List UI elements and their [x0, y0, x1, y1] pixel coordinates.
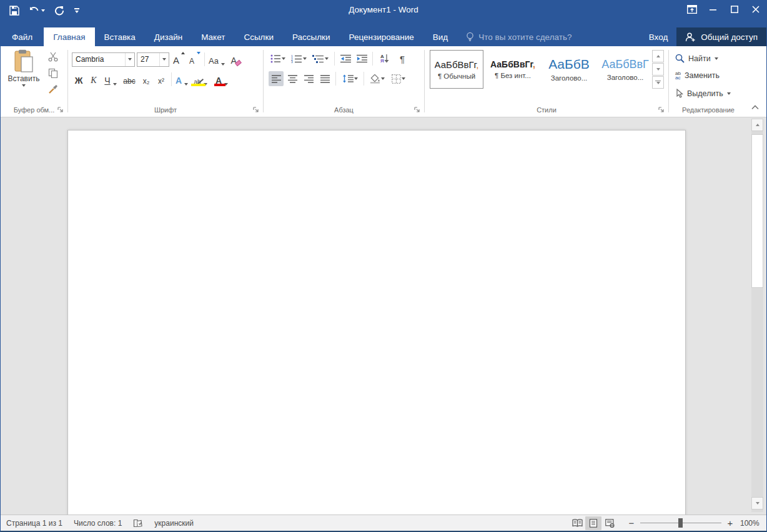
zoom-slider-handle[interactable]: [678, 518, 683, 528]
shrink-font-button[interactable]: А: [187, 51, 200, 67]
increase-indent-button[interactable]: [354, 51, 369, 66]
strikethrough-button[interactable]: abc: [121, 71, 138, 87]
align-left-button[interactable]: [269, 71, 284, 86]
shading-button[interactable]: [367, 71, 387, 86]
tab-insert[interactable]: Вставка: [95, 27, 145, 46]
format-painter-button[interactable]: [46, 82, 61, 96]
superscript-button[interactable]: x²: [154, 71, 168, 87]
justify-button[interactable]: [317, 71, 332, 86]
collapse-ribbon-button[interactable]: [750, 103, 761, 112]
font-name-dropdown[interactable]: [125, 53, 134, 66]
zoom-in-button[interactable]: +: [726, 518, 734, 528]
scroll-up-button[interactable]: [751, 119, 763, 131]
styles-scroll-down-button[interactable]: [652, 63, 664, 76]
style-name: ¶ Без инт...: [495, 72, 531, 79]
minimize-button[interactable]: [703, 0, 724, 19]
font-size-combobox[interactable]: 27: [137, 52, 169, 67]
document-canvas[interactable]: [1, 117, 766, 515]
copy-button[interactable]: [46, 66, 61, 80]
scrollbar-thumb[interactable]: [751, 134, 763, 288]
underline-button[interactable]: Ч: [102, 71, 119, 87]
bold-button[interactable]: Ж: [72, 71, 86, 87]
save-button[interactable]: [6, 2, 23, 19]
line-spacing-button[interactable]: [339, 71, 360, 86]
tab-references[interactable]: Ссылки: [234, 27, 283, 46]
tell-me-box[interactable]: Что вы хотите сделать?: [466, 27, 572, 46]
tab-review[interactable]: Рецензирование: [340, 27, 423, 46]
tab-layout[interactable]: Макет: [192, 27, 234, 46]
repeat-button[interactable]: [51, 2, 68, 19]
undo-button[interactable]: [26, 2, 48, 19]
sort-button[interactable]: А Я: [376, 51, 393, 66]
clear-formatting-button[interactable]: А: [227, 51, 240, 67]
tab-home[interactable]: Главная: [44, 27, 94, 46]
replace-button[interactable]: ab ac Заменить: [675, 71, 720, 80]
language-indicator[interactable]: украинский: [149, 519, 199, 528]
clipboard-dialog-launcher[interactable]: [57, 106, 64, 114]
styles-dialog-launcher[interactable]: [658, 106, 665, 114]
bullets-button[interactable]: [269, 51, 287, 66]
font-name-combobox[interactable]: Cambria: [72, 52, 135, 67]
replace-icon: ab ac: [675, 71, 681, 80]
styles-scroll-up-button[interactable]: [652, 50, 664, 62]
maximize-button[interactable]: [724, 0, 745, 19]
text-highlight-button[interactable]: ab: [190, 71, 211, 87]
style-card-no-spacing[interactable]: АаБбВвГг, ¶ Без инт...: [486, 50, 540, 89]
replace-icon-bottom: ac: [675, 76, 680, 80]
document-page[interactable]: [67, 130, 686, 515]
style-card-heading1[interactable]: АаБбВ Заголово...: [542, 50, 596, 89]
print-layout-button[interactable]: [585, 516, 601, 530]
ribbon-display-options-button[interactable]: [681, 0, 703, 19]
borders-button[interactable]: [388, 71, 408, 86]
underline-letter: Ч: [104, 76, 110, 86]
tab-view[interactable]: Вид: [423, 27, 457, 46]
cut-button[interactable]: [46, 50, 61, 64]
zoom-slider[interactable]: [640, 518, 721, 528]
paragraph-dialog-launcher[interactable]: [413, 106, 421, 114]
sign-in-button[interactable]: Вход: [640, 27, 677, 46]
find-caret[interactable]: [715, 57, 718, 60]
select-caret[interactable]: [727, 92, 731, 95]
text-effects-button[interactable]: А: [175, 71, 189, 87]
separator: [204, 52, 205, 66]
zoom-out-button[interactable]: −: [628, 518, 635, 528]
proofing-status[interactable]: [127, 519, 149, 528]
paste-dropdown-caret[interactable]: [22, 84, 26, 87]
paste-button[interactable]: Вставить: [6, 49, 42, 97]
share-button[interactable]: Общий доступ: [676, 27, 766, 46]
vertical-scrollbar[interactable]: [751, 119, 763, 512]
decrease-indent-button[interactable]: [338, 51, 353, 66]
multilevel-list-button[interactable]: [310, 51, 331, 66]
show-marks-button[interactable]: ¶: [395, 51, 410, 66]
align-center-button[interactable]: [285, 71, 300, 86]
style-card-heading2[interactable]: АаБбВвГ Заголово...: [598, 50, 652, 89]
font-dialog-launcher[interactable]: [252, 106, 260, 114]
read-mode-button[interactable]: [569, 516, 585, 530]
grow-font-letter: А: [173, 55, 179, 66]
undo-dropdown-caret[interactable]: [41, 9, 45, 12]
find-button[interactable]: Найти: [675, 54, 718, 63]
dialog-launcher-icon: [658, 107, 665, 113]
close-button[interactable]: [745, 0, 766, 19]
align-right-button[interactable]: [301, 71, 316, 86]
page-indicator[interactable]: Страница 1 из 1: [1, 519, 68, 528]
styles-gallery-more-button[interactable]: [652, 76, 664, 89]
underline-caret[interactable]: [113, 83, 117, 86]
tab-file[interactable]: Файл: [1, 27, 44, 46]
zoom-level[interactable]: 100%: [740, 519, 766, 528]
font-size-dropdown[interactable]: [159, 53, 169, 66]
word-count[interactable]: Число слов: 1: [68, 519, 127, 528]
scroll-down-button[interactable]: [751, 497, 763, 510]
style-card-normal[interactable]: АаБбВвГг, ¶ Обычный: [430, 50, 483, 89]
change-case-button[interactable]: Аа: [209, 51, 225, 67]
subscript-button[interactable]: x₂: [139, 71, 153, 87]
customize-qat-button[interactable]: [71, 6, 83, 16]
font-color-button[interactable]: А: [212, 71, 231, 87]
grow-font-button[interactable]: А: [171, 51, 185, 67]
tab-mailings[interactable]: Рассылки: [283, 27, 340, 46]
select-button[interactable]: Выделить: [675, 89, 731, 98]
web-layout-button[interactable]: [601, 516, 618, 530]
tab-design[interactable]: Дизайн: [145, 27, 192, 46]
numbering-button[interactable]: 123: [289, 51, 309, 66]
italic-button[interactable]: К: [87, 71, 101, 87]
